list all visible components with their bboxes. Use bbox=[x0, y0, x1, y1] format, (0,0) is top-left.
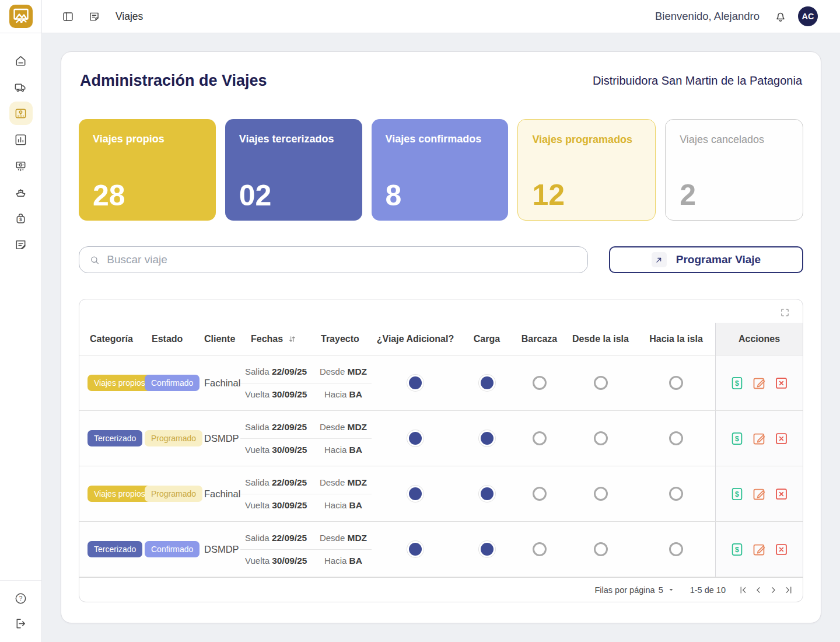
viaje-adicional-radio[interactable] bbox=[409, 432, 422, 445]
salida-label: Salida bbox=[245, 422, 270, 432]
hacia-isla-radio[interactable] bbox=[669, 376, 683, 390]
sidebar-item-notes[interactable] bbox=[9, 233, 33, 256]
viaje-adicional-radio[interactable] bbox=[409, 543, 422, 556]
column-header-cliente: Cliente bbox=[194, 323, 240, 355]
bell-icon bbox=[774, 9, 788, 23]
main-content: Administración de Viajes Distribuidora S… bbox=[42, 33, 840, 642]
estado-badge: Confirmado bbox=[145, 375, 200, 391]
hacia-isla-radio[interactable] bbox=[669, 431, 683, 445]
categoria-cell: Viajes propios bbox=[79, 375, 141, 391]
categoria-badge: Tercerizado bbox=[88, 541, 142, 557]
settle-payment-button[interactable]: $ bbox=[729, 431, 745, 446]
edit-trip-button[interactable] bbox=[751, 542, 767, 557]
salida-label: Salida bbox=[245, 367, 270, 376]
sidebar-item-finance[interactable]: $ bbox=[9, 207, 33, 230]
carga-radio[interactable] bbox=[481, 376, 494, 389]
topbar-main: Viajes Bienvenido, Alejandro AC bbox=[42, 0, 840, 33]
carga-radio[interactable] bbox=[481, 487, 494, 500]
desde-isla-cell bbox=[564, 376, 637, 390]
edit-icon bbox=[751, 375, 767, 391]
previous-page-button[interactable] bbox=[752, 584, 764, 596]
pagination-nav bbox=[737, 584, 794, 596]
trips-icon bbox=[14, 107, 27, 120]
layout: $ ? Administración de Viajes Distribuido… bbox=[0, 33, 840, 642]
desde-isla-radio[interactable] bbox=[594, 487, 608, 501]
categoria-cell: Tercerizado bbox=[79, 430, 141, 446]
vuelta-line: Vuelta 30/09/25 Hacia BA bbox=[240, 383, 372, 406]
sidebar-help-button[interactable]: ? bbox=[9, 588, 33, 608]
viaje-adicional-cell bbox=[372, 543, 459, 556]
expand-table-button[interactable] bbox=[780, 308, 790, 317]
desde-isla-radio[interactable] bbox=[594, 431, 608, 445]
desde-isla-radio[interactable] bbox=[594, 376, 608, 390]
hacia-isla-radio[interactable] bbox=[669, 487, 683, 501]
column-header-viaje-adicional: ¿Viaje Adicional? bbox=[372, 323, 459, 355]
cancel-trip-button[interactable] bbox=[774, 431, 789, 446]
column-header-trayecto: Trayecto bbox=[310, 323, 372, 355]
barcaza-radio[interactable] bbox=[533, 487, 547, 501]
stat-card: Viajes confirmados 8 bbox=[372, 119, 509, 221]
settle-payment-button[interactable]: $ bbox=[729, 375, 745, 391]
barcaza-radio[interactable] bbox=[533, 431, 547, 445]
barcaza-radio[interactable] bbox=[533, 376, 547, 390]
salida-line: Salida 22/09/25 Desde MDZ bbox=[240, 361, 372, 383]
hacia-route: Hacia BA bbox=[315, 556, 372, 566]
vuelta-date: Vuelta 30/09/25 bbox=[240, 389, 315, 400]
sidebar-item-reports[interactable] bbox=[9, 128, 33, 151]
salida-label: Salida bbox=[245, 477, 270, 487]
sidebar-item-barges[interactable] bbox=[9, 180, 33, 204]
edit-trip-button[interactable] bbox=[751, 431, 767, 446]
rows-per-page-select[interactable]: 5 bbox=[659, 585, 675, 595]
search-box[interactable] bbox=[79, 246, 588, 273]
first-page-button[interactable] bbox=[737, 584, 749, 596]
vuelta-line: Vuelta 30/09/25 Hacia BA bbox=[240, 550, 372, 572]
settle-payment-button[interactable]: $ bbox=[729, 486, 745, 502]
topbar: Viajes Bienvenido, Alejandro AC bbox=[0, 0, 840, 33]
hacia-isla-radio[interactable] bbox=[669, 542, 683, 556]
vuelta-date: Vuelta 30/09/25 bbox=[240, 556, 315, 566]
cancel-trip-button[interactable] bbox=[774, 486, 789, 502]
carga-radio[interactable] bbox=[481, 432, 494, 445]
desde-isla-radio[interactable] bbox=[594, 542, 608, 556]
edit-trip-button[interactable] bbox=[751, 375, 767, 391]
card-header: Administración de Viajes Distribuidora S… bbox=[79, 67, 803, 90]
stat-value: 02 bbox=[239, 181, 348, 210]
last-page-icon bbox=[783, 584, 794, 596]
truck-icon bbox=[14, 81, 27, 94]
topbar-right: Bienvenido, Alejandro AC bbox=[655, 6, 818, 26]
hacia-value: BA bbox=[349, 389, 362, 399]
cancel-trip-button[interactable] bbox=[774, 375, 789, 391]
sidebar-item-fleet[interactable] bbox=[9, 75, 33, 99]
viaje-adicional-cell bbox=[372, 376, 459, 389]
sidebar-toggle-button[interactable] bbox=[62, 11, 74, 23]
new-note-button[interactable] bbox=[88, 11, 100, 23]
sidebar-logout-button[interactable] bbox=[9, 613, 33, 633]
salida-date: Salida 22/09/25 bbox=[240, 477, 315, 488]
actions-cell: $ bbox=[715, 466, 803, 521]
last-page-button[interactable] bbox=[783, 584, 794, 596]
sidebar-item-payments[interactable] bbox=[9, 154, 33, 177]
edit-trip-button[interactable] bbox=[751, 486, 767, 502]
viaje-adicional-radio[interactable] bbox=[409, 376, 422, 389]
viaje-adicional-radio[interactable] bbox=[409, 487, 422, 500]
sidebar-item-trips[interactable] bbox=[9, 102, 33, 125]
column-header-fechas[interactable]: Fechas bbox=[240, 323, 310, 355]
dollar-icon: $ bbox=[729, 431, 745, 446]
desde-route: Desde MDZ bbox=[315, 533, 372, 543]
settle-payment-button[interactable]: $ bbox=[729, 542, 745, 557]
next-page-button[interactable] bbox=[768, 584, 779, 596]
carga-radio[interactable] bbox=[481, 543, 494, 556]
sidebar-item-home[interactable] bbox=[9, 49, 33, 72]
cancel-trip-button[interactable] bbox=[774, 542, 789, 557]
avatar[interactable]: AC bbox=[798, 6, 818, 26]
expand-icon bbox=[780, 308, 790, 317]
search-input[interactable] bbox=[107, 253, 578, 266]
barcaza-radio[interactable] bbox=[533, 542, 547, 556]
hacia-label: Hacia bbox=[324, 500, 346, 510]
table-row: Tercerizado Confirmado DSMDP Salida 22/0… bbox=[79, 522, 803, 577]
column-label: Cliente bbox=[204, 334, 235, 344]
notifications-button[interactable] bbox=[774, 9, 788, 23]
table-body: Viajes propios Confirmado Fachinal Salid… bbox=[79, 355, 803, 577]
barcaza-cell bbox=[514, 542, 564, 556]
schedule-trip-button[interactable]: Programar Viaje bbox=[609, 246, 803, 273]
